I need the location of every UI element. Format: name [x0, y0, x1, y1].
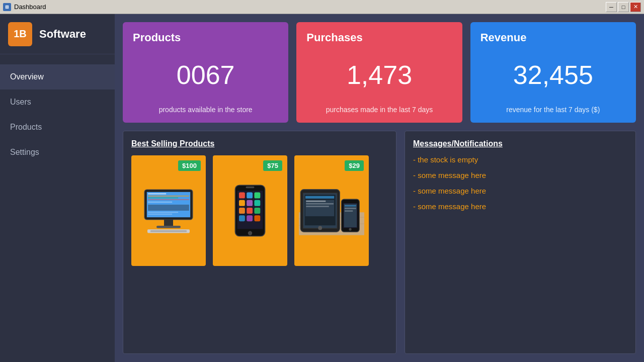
stat-desc-purchases: purchases made in the last 7 days [306, 106, 452, 114]
svg-rect-40 [306, 203, 334, 205]
maximize-button[interactable]: □ [618, 2, 629, 12]
product-price-phone: $75 [263, 160, 282, 171]
sidebar-item-users[interactable]: Users [0, 89, 115, 115]
tablet-svg [299, 186, 364, 236]
svg-rect-38 [305, 200, 334, 217]
svg-rect-18 [254, 193, 260, 199]
svg-rect-10 [164, 220, 173, 226]
logo-text: Software [39, 28, 86, 41]
message-list: - the stock is empty - some message here… [413, 155, 627, 211]
stat-title-products: Products [133, 31, 278, 44]
svg-rect-6 [148, 202, 172, 203]
svg-rect-7 [148, 205, 189, 211]
message-item-1: - some message here [413, 171, 627, 179]
bottom-row: Best Selling Products [123, 131, 636, 354]
svg-point-49 [349, 228, 351, 230]
svg-rect-21 [254, 200, 260, 206]
svg-point-42 [318, 226, 322, 230]
messages-title: Messages/Notifications [413, 139, 627, 148]
message-item-0: - the stock is empty [413, 155, 627, 164]
sidebar-item-settings[interactable]: Settings [0, 140, 115, 165]
title-bar: ⊞ Dashboard ─ □ ✕ [0, 0, 644, 14]
best-selling-panel: Best Selling Products [123, 131, 396, 354]
svg-rect-39 [306, 201, 326, 202]
svg-rect-11 [156, 226, 181, 228]
message-item-2: - some message here [413, 187, 627, 195]
app-icon: ⊞ [3, 3, 11, 11]
stat-value-purchases: 1,473 [306, 60, 452, 90]
svg-rect-45 [344, 204, 357, 227]
stat-desc-revenue: revenue for the last 7 days ($) [480, 106, 626, 114]
stat-value-products: 0067 [133, 60, 278, 90]
stat-title-revenue: Revenue [480, 31, 626, 44]
sidebar: 1B Software Overview Users Products Sett… [0, 14, 115, 362]
sidebar-nav: Overview Users Products Settings [0, 64, 115, 165]
product-card-computer: $100 [131, 155, 206, 266]
title-bar-left: ⊞ Dashboard [3, 3, 46, 11]
svg-rect-2 [148, 193, 166, 194]
computer-svg [138, 186, 199, 236]
svg-rect-4 [148, 198, 178, 199]
svg-rect-24 [254, 208, 260, 214]
svg-rect-9 [148, 214, 172, 215]
svg-rect-41 [306, 206, 329, 207]
product-card-tablet: $29 [294, 155, 369, 266]
logo-icon: 1B [8, 22, 32, 46]
svg-rect-47 [345, 208, 356, 209]
stats-row: Products 0067 products available in the … [123, 22, 636, 123]
svg-rect-5 [148, 199, 189, 200]
minimize-button[interactable]: ─ [606, 2, 617, 12]
svg-rect-19 [239, 200, 245, 206]
svg-rect-16 [239, 193, 245, 199]
svg-rect-8 [148, 212, 178, 213]
product-card-phone: $75 [213, 155, 287, 266]
product-price-tablet: $29 [345, 160, 364, 171]
stat-card-purchases: Purchases 1,473 purchases made in the la… [296, 22, 462, 123]
svg-rect-27 [254, 215, 260, 221]
window-title: Dashboard [14, 3, 46, 11]
products-grid: $100 [131, 155, 388, 266]
svg-rect-48 [345, 210, 353, 212]
svg-rect-22 [239, 208, 245, 214]
sidebar-item-products[interactable]: Products [0, 115, 115, 140]
svg-point-28 [248, 231, 252, 235]
messages-panel: Messages/Notifications - the stock is em… [405, 131, 636, 354]
close-button[interactable]: ✕ [630, 2, 641, 12]
phone-svg [232, 183, 268, 238]
app-window: 1B Software Overview Users Products Sett… [0, 14, 644, 362]
svg-rect-46 [345, 205, 356, 207]
svg-rect-37 [305, 196, 334, 199]
svg-rect-26 [247, 215, 253, 221]
stat-card-revenue: Revenue 32,455 revenue for the last 7 da… [470, 22, 636, 123]
stat-desc-products: products available in the store [133, 106, 278, 114]
svg-rect-23 [247, 208, 253, 214]
svg-rect-20 [247, 200, 253, 206]
svg-rect-25 [239, 215, 245, 221]
stat-card-products: Products 0067 products available in the … [123, 22, 288, 123]
svg-rect-17 [247, 193, 253, 199]
sidebar-item-overview[interactable]: Overview [0, 64, 115, 89]
logo-area: 1B Software [0, 14, 115, 54]
message-item-3: - some message here [413, 202, 627, 211]
svg-rect-13 [150, 230, 187, 232]
svg-rect-29 [246, 187, 255, 188]
main-panel: Products 0067 products available in the … [115, 14, 644, 362]
product-price-computer: $100 [178, 160, 201, 171]
stat-title-purchases: Purchases [306, 31, 452, 44]
svg-rect-3 [148, 196, 189, 197]
app-content: 1B Software Overview Users Products Sett… [0, 14, 644, 362]
window-controls[interactable]: ─ □ ✕ [606, 2, 641, 12]
sidebar-spacer [0, 54, 115, 64]
best-selling-title: Best Selling Products [131, 139, 388, 148]
stat-value-revenue: 32,455 [480, 60, 626, 90]
